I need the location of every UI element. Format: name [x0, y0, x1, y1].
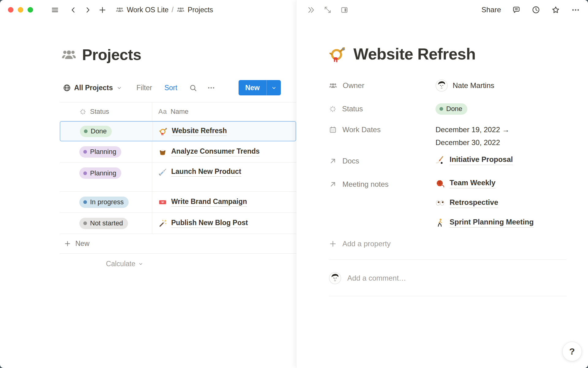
property-label-status[interactable]: Status	[329, 105, 435, 113]
breadcrumb-workspace[interactable]: Work OS Lite	[116, 6, 168, 14]
status-badge[interactable]: Done	[80, 126, 112, 137]
hockey-stick-emoji-icon	[435, 155, 445, 165]
calculate-button[interactable]: Calculate	[60, 260, 152, 268]
open-full-page-icon[interactable]	[324, 6, 332, 14]
status-cell[interactable]: Done	[60, 122, 153, 141]
property-label-owner[interactable]: Owner	[329, 81, 435, 90]
more-options-icon[interactable]	[571, 6, 580, 14]
relation-link[interactable]: Initiative Proposal	[435, 153, 513, 167]
name-cell[interactable]: Website Refresh	[153, 122, 296, 141]
status-cell[interactable]: Planning	[60, 163, 152, 191]
relation-link[interactable]: Retrospective	[435, 196, 534, 210]
page-link[interactable]: Website Refresh	[172, 127, 227, 136]
table-row[interactable]: In progress Write Brand Campaign	[60, 192, 296, 213]
work-dates-line2: December 30, 2022	[435, 136, 509, 149]
meeting-link-label[interactable]: Sprint Planning Meeting	[450, 218, 534, 228]
nav-back-icon[interactable]	[70, 6, 77, 14]
peek-topbar-right: Share	[481, 6, 580, 14]
status-badge[interactable]: In progress	[79, 197, 129, 208]
filter-button[interactable]: Filter	[137, 84, 152, 92]
status-dot	[83, 221, 87, 225]
name-cell[interactable]: Write Brand Campaign	[152, 192, 296, 213]
new-entry-dropdown[interactable]	[267, 85, 281, 91]
property-value-status[interactable]: Done	[435, 103, 467, 115]
page-title: Website Refresh	[329, 45, 476, 63]
table-row[interactable]: Planning Launch New Product	[60, 163, 296, 192]
page-link[interactable]: Write Brand Campaign	[171, 197, 247, 207]
side-peek-icon[interactable]	[340, 6, 349, 14]
sidebar-menu-icon[interactable]	[51, 6, 59, 14]
doc-link-label[interactable]: Initiative Proposal	[450, 155, 513, 165]
window-close-button[interactable]	[8, 7, 13, 13]
property-label-work-dates[interactable]: Work Dates	[329, 123, 435, 136]
name-cell[interactable]: Analyze Consumer Trends	[152, 141, 296, 162]
status-dot	[83, 150, 87, 154]
status-cell[interactable]: In progress	[60, 192, 152, 213]
meeting-link-label[interactable]: Retrospective	[450, 198, 498, 208]
page-link[interactable]: Analyze Consumer Trends	[171, 147, 260, 156]
property-label-docs[interactable]: Docs	[329, 153, 435, 166]
updates-clock-icon[interactable]	[532, 6, 540, 14]
status-cell[interactable]: Planning	[60, 141, 152, 162]
more-options-icon[interactable]	[207, 84, 215, 92]
page-link[interactable]: Launch New Product	[171, 167, 241, 177]
postal-horn-emoji-icon[interactable]	[329, 45, 346, 63]
table-row[interactable]: Done Website Refresh	[60, 121, 296, 141]
favorite-star-icon[interactable]	[551, 6, 560, 14]
help-button[interactable]: ?	[562, 342, 582, 361]
add-property-button[interactable]: Add a property	[329, 234, 567, 253]
view-selector[interactable]: All Projects	[63, 84, 123, 92]
new-entry-button-label[interactable]: New	[239, 84, 266, 92]
page-link[interactable]: Publish New Blog Post	[171, 219, 248, 228]
property-value-meeting-notes: Team Weekly Retrospective Sprint Plannin…	[435, 177, 534, 229]
name-cell[interactable]: Publish New Blog Post	[152, 213, 296, 234]
close-peek-icon[interactable]	[307, 6, 315, 14]
property-value-owner[interactable]: Nate Martins	[435, 79, 494, 92]
magic-wand-emoji-icon	[158, 219, 167, 228]
meeting-link-label[interactable]: Team Weekly	[450, 178, 496, 188]
status-dot	[83, 171, 87, 175]
window-minimize-button[interactable]	[18, 7, 23, 13]
property-row-work-dates: Work Dates December 19, 2022 → December …	[329, 123, 567, 149]
property-label-meeting-notes[interactable]: Meeting notes	[329, 177, 435, 190]
status-property-icon	[329, 105, 337, 113]
table-new-row-button[interactable]: New	[60, 234, 296, 254]
status-badge[interactable]: Not started	[79, 218, 128, 229]
database-title-label: Projects	[82, 46, 141, 64]
breadcrumb-separator: /	[168, 6, 176, 14]
page-properties: Owner Nate Martins Status Done	[329, 76, 567, 296]
table-footer: Calculate	[60, 254, 296, 274]
status-badge[interactable]: Planning	[79, 146, 121, 158]
table-row[interactable]: Not started Publish New Blog Post	[60, 213, 296, 234]
page-title-label[interactable]: Website Refresh	[353, 45, 476, 63]
status-cell[interactable]: Not started	[60, 213, 152, 234]
name-cell[interactable]: Launch New Product	[152, 163, 296, 191]
property-row-owner: Owner Nate Martins	[329, 76, 567, 95]
relation-link[interactable]: Sprint Planning Meeting	[435, 216, 534, 229]
search-icon[interactable]	[189, 84, 197, 92]
people-icon	[329, 82, 337, 90]
property-value-work-dates[interactable]: December 19, 2022 → December 30, 2022	[435, 123, 509, 149]
calculate-label: Calculate	[106, 260, 135, 268]
comments-icon[interactable]	[512, 6, 521, 14]
arrow-up-right-icon	[329, 180, 337, 188]
ticket-emoji-icon	[158, 198, 167, 206]
new-page-icon[interactable]	[98, 6, 107, 14]
status-badge[interactable]: Done	[435, 103, 467, 115]
nav-forward-icon[interactable]	[84, 6, 92, 14]
work-dates-line1: December 19, 2022 →	[435, 123, 509, 136]
add-comment-input[interactable]: Add a comment…	[347, 274, 567, 282]
column-header-status[interactable]: Status	[60, 102, 152, 121]
property-row-docs: Docs Initiative Proposal	[329, 153, 567, 172]
peek-topbar: Share	[296, 0, 588, 20]
relation-link[interactable]: Team Weekly	[435, 177, 534, 190]
new-entry-button[interactable]: New	[239, 80, 281, 95]
sort-button[interactable]: Sort	[164, 84, 177, 92]
breadcrumb-page[interactable]: Projects	[177, 6, 213, 14]
share-button[interactable]: Share	[481, 6, 501, 14]
status-badge[interactable]: Planning	[79, 167, 121, 179]
column-header-name[interactable]: Aa Name	[152, 102, 296, 121]
window-zoom-button[interactable]	[28, 7, 33, 13]
table-row[interactable]: Planning Analyze Consumer Trends	[60, 141, 296, 163]
people-icon	[116, 6, 124, 14]
